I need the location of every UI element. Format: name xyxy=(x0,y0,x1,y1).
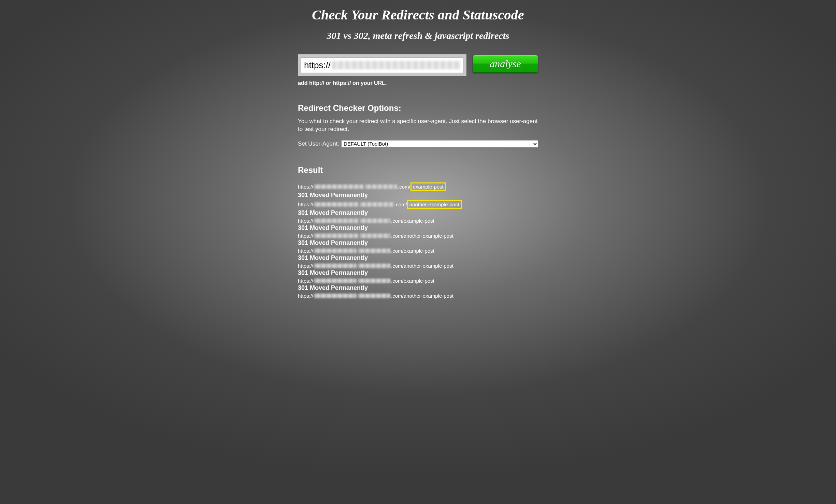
result-url-line: https://.com/example-post xyxy=(298,278,538,284)
result-status: 301 Moved Permanently xyxy=(298,224,538,232)
result-url-line: https://.com/another-example-post xyxy=(298,263,538,269)
result-url-prefix: https:// xyxy=(298,202,313,207)
result-url-redacted xyxy=(314,202,358,207)
result-url-line: https://.com/another-example-post xyxy=(298,200,538,209)
page-subtitle: 301 vs 302, meta refresh & javascript re… xyxy=(298,30,538,41)
url-input-prefix: https:// xyxy=(304,60,331,71)
result-url-suffix: .com/another-example-post xyxy=(391,293,453,299)
analyse-button[interactable]: analyse xyxy=(473,55,538,73)
result-url-line: https://.com/example-post xyxy=(298,218,538,224)
url-input-redacted xyxy=(332,61,460,69)
url-hint: add http:// or https:// on your URL. xyxy=(298,80,538,86)
result-url-redacted xyxy=(314,234,358,238)
result-url-redacted xyxy=(360,202,394,207)
result-status: 301 Moved Permanently xyxy=(298,239,538,247)
result-url-redacted xyxy=(358,249,390,253)
result-url-redacted xyxy=(360,234,390,238)
result-url-suffix: .com/another-example-post xyxy=(391,233,453,239)
result-url-line: https://.com/example-post xyxy=(298,248,538,254)
result-url-redacted xyxy=(314,249,357,253)
result-url-suffix: .com/example-post xyxy=(391,218,434,224)
result-url-redacted xyxy=(314,184,363,189)
result-url-highlighted-path: another-example-post xyxy=(407,200,462,209)
result-url-line: https://.com/example-post xyxy=(298,182,538,191)
url-input-wrap: https:// xyxy=(298,54,466,76)
result-status: 301 Moved Permanently xyxy=(298,269,538,277)
result-url-redacted xyxy=(314,294,357,298)
result-url-prefix: https:// xyxy=(298,293,313,299)
result-url-prefix: https:// xyxy=(298,248,313,254)
result-status: 301 Moved Permanently xyxy=(298,254,538,262)
result-title: Result xyxy=(298,165,538,175)
result-url-suffix: .com/example-post xyxy=(391,278,434,284)
result-url-prefix: https:// xyxy=(298,184,313,190)
page-title: Check Your Redirects and Statuscode xyxy=(298,7,538,23)
result-url-redacted xyxy=(314,219,358,223)
result-status: 301 Moved Permanently xyxy=(298,284,538,292)
result-url-redacted xyxy=(358,264,390,268)
input-row: https:// analyse xyxy=(298,54,538,76)
result-url-redacted xyxy=(358,294,390,298)
result-url-redacted xyxy=(365,184,397,189)
result-url-redacted xyxy=(314,279,357,283)
result-url-suffix: .com/ xyxy=(394,202,407,207)
result-url-line: https://.com/another-example-post xyxy=(298,233,538,239)
result-url-suffix: .com/ xyxy=(398,184,410,190)
url-input[interactable]: https:// xyxy=(301,57,463,73)
user-agent-select[interactable]: DEFAULT (ToolBot) xyxy=(341,140,538,148)
result-url-prefix: https:// xyxy=(298,278,313,284)
results-list: https://.com/example-post301 Moved Perma… xyxy=(298,182,538,299)
result-url-prefix: https:// xyxy=(298,218,313,224)
result-url-suffix: .com/another-example-post xyxy=(391,263,453,269)
result-url-redacted xyxy=(360,219,390,223)
result-url-highlighted-path: example-post xyxy=(410,182,446,191)
user-agent-row: Set User-Agent: DEFAULT (ToolBot) xyxy=(298,140,538,148)
main-container: Check Your Redirects and Statuscode 301 … xyxy=(298,0,538,313)
options-title: Redirect Checker Options: xyxy=(298,103,538,113)
result-url-redacted xyxy=(358,279,390,283)
result-url-redacted xyxy=(314,264,357,268)
result-status: 301 Moved Permanently xyxy=(298,209,538,217)
result-url-suffix: .com/example-post xyxy=(391,248,434,254)
result-status: 301 Moved Permanently xyxy=(298,192,538,199)
result-url-prefix: https:// xyxy=(298,263,313,269)
result-url-prefix: https:// xyxy=(298,233,313,239)
options-description: You what to check your redirect with a s… xyxy=(298,118,538,133)
user-agent-label: Set User-Agent: xyxy=(298,140,339,147)
result-url-line: https://.com/another-example-post xyxy=(298,293,538,299)
